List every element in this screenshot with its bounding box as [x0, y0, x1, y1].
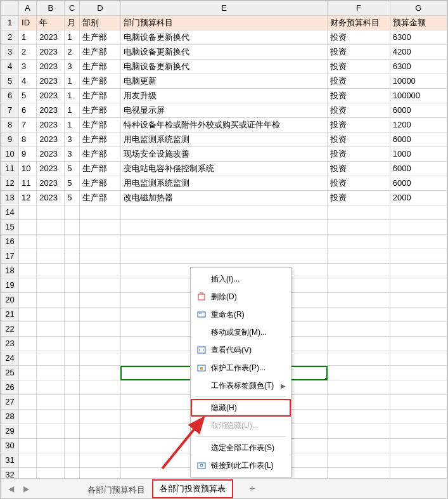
cell-F6[interactable]: 投资 — [328, 89, 390, 103]
cell-A10[interactable]: 9 — [19, 147, 37, 162]
cell-E12[interactable]: 用电监测系统监测 — [120, 176, 328, 191]
col-header-B[interactable]: B — [37, 1, 65, 16]
cell-G29[interactable] — [390, 424, 447, 439]
row-header[interactable]: 12 — [1, 176, 19, 191]
cell-B14[interactable] — [37, 205, 65, 220]
cell-B3[interactable]: 2023 — [37, 45, 65, 60]
cell-G5[interactable]: 10000 — [390, 74, 447, 89]
sheet-tab-0[interactable]: 各部门预算科目 — [80, 481, 152, 498]
menu-item-3[interactable]: 移动或复制(M)... — [191, 323, 291, 341]
cell-F9[interactable]: 投资 — [328, 133, 390, 147]
row-header[interactable]: 10 — [1, 147, 19, 162]
cell-C27[interactable] — [65, 395, 80, 410]
cell-D20[interactable] — [80, 293, 120, 308]
menu-item-1[interactable]: 删除(D) — [191, 288, 291, 306]
cell-D19[interactable] — [80, 278, 120, 293]
cell-B11[interactable]: 2023 — [37, 162, 65, 176]
cell-E16[interactable] — [120, 235, 328, 249]
cell-G10[interactable]: 1000 — [390, 147, 447, 162]
cell-A26[interactable] — [19, 380, 37, 395]
cell-D28[interactable] — [80, 410, 120, 424]
row-header[interactable]: 7 — [1, 103, 19, 118]
cell-B17[interactable] — [37, 249, 65, 264]
row-header[interactable]: 2 — [1, 30, 19, 45]
cell-A21[interactable] — [19, 308, 37, 322]
cell-B29[interactable] — [37, 424, 65, 439]
cell-B19[interactable] — [37, 278, 65, 293]
cell-C30[interactable] — [65, 439, 80, 453]
row-header[interactable]: 26 — [1, 380, 19, 395]
row-header[interactable]: 25 — [1, 366, 19, 380]
cell-B13[interactable]: 2023 — [37, 191, 65, 205]
cell-D7[interactable]: 生产部 — [80, 103, 120, 118]
cell-B15[interactable] — [37, 220, 65, 235]
cell-A11[interactable]: 10 — [19, 162, 37, 176]
row-header[interactable]: 24 — [1, 351, 19, 366]
cell-F2[interactable]: 投资 — [328, 30, 390, 45]
row-header[interactable]: 17 — [1, 249, 19, 264]
cell-D3[interactable]: 生产部 — [80, 45, 120, 60]
cell-G23[interactable] — [390, 337, 447, 351]
cell-F24[interactable] — [328, 351, 390, 366]
cell-F16[interactable] — [328, 235, 390, 249]
cell-G6[interactable]: 100000 — [390, 89, 447, 103]
cell-B27[interactable] — [37, 395, 65, 410]
cell-G13[interactable]: 2000 — [390, 191, 447, 205]
cell-A22[interactable] — [19, 322, 37, 337]
cell-A28[interactable] — [19, 410, 37, 424]
row-header[interactable]: 20 — [1, 293, 19, 308]
cell-B23[interactable] — [37, 337, 65, 351]
cell-A14[interactable] — [19, 205, 37, 220]
cell-G21[interactable] — [390, 308, 447, 322]
cell-B30[interactable] — [37, 439, 65, 453]
cell-E15[interactable] — [120, 220, 328, 235]
cell-B6[interactable]: 2023 — [37, 89, 65, 103]
cell-E4[interactable]: 电脑设备更新换代 — [120, 60, 328, 74]
menu-item-7[interactable]: 隐藏(H) — [191, 399, 291, 417]
cell-C26[interactable] — [65, 380, 80, 395]
menu-item-6[interactable]: 工作表标签颜色(T)▶ — [191, 377, 291, 394]
cell-F11[interactable]: 投资 — [328, 162, 390, 176]
row-header[interactable]: 18 — [1, 264, 19, 278]
cell-B10[interactable]: 2023 — [37, 147, 65, 162]
cell-G15[interactable] — [390, 220, 447, 235]
cell-F22[interactable] — [328, 322, 390, 337]
cell-G31[interactable] — [390, 453, 447, 468]
cell-C31[interactable] — [65, 453, 80, 468]
row-header[interactable]: 29 — [1, 424, 19, 439]
cell-B5[interactable]: 2023 — [37, 74, 65, 89]
cell-A18[interactable] — [19, 264, 37, 278]
cell-G22[interactable] — [390, 322, 447, 337]
cell-A27[interactable] — [19, 395, 37, 410]
cell-C23[interactable] — [65, 337, 80, 351]
cell-D22[interactable] — [80, 322, 120, 337]
cell-D13[interactable]: 生产部 — [80, 191, 120, 205]
cell-D23[interactable] — [80, 337, 120, 351]
cell-F3[interactable]: 投资 — [328, 45, 390, 60]
row-header[interactable]: 23 — [1, 337, 19, 351]
cell-F18[interactable] — [328, 264, 390, 278]
cell-G14[interactable] — [390, 205, 447, 220]
cell-D10[interactable]: 生产部 — [80, 147, 120, 162]
cell-C12[interactable]: 5 — [65, 176, 80, 191]
cell-D29[interactable] — [80, 424, 120, 439]
cell-E8[interactable]: 特种设备年检或附件外校或购买或证件年检 — [120, 118, 328, 133]
cell-B12[interactable]: 2023 — [37, 176, 65, 191]
cell-G28[interactable] — [390, 410, 447, 424]
cell-A19[interactable] — [19, 278, 37, 293]
cell-A6[interactable]: 5 — [19, 89, 37, 103]
cell-A9[interactable]: 8 — [19, 133, 37, 147]
row-header[interactable]: 32 — [1, 468, 19, 479]
cell-D32[interactable] — [80, 468, 120, 479]
cell-E13[interactable]: 改电磁加热器 — [120, 191, 328, 205]
col-header-G[interactable]: G — [390, 1, 447, 16]
row-header[interactable]: 1 — [1, 16, 19, 30]
cell-F20[interactable] — [328, 293, 390, 308]
cell-B24[interactable] — [37, 351, 65, 366]
cell-G12[interactable]: 6000 — [390, 176, 447, 191]
row-header[interactable]: 14 — [1, 205, 19, 220]
cell-E10[interactable]: 现场安全设施改善 — [120, 147, 328, 162]
cell-A32[interactable] — [19, 468, 37, 479]
row-header[interactable]: 8 — [1, 118, 19, 133]
cell-F27[interactable] — [328, 395, 390, 410]
